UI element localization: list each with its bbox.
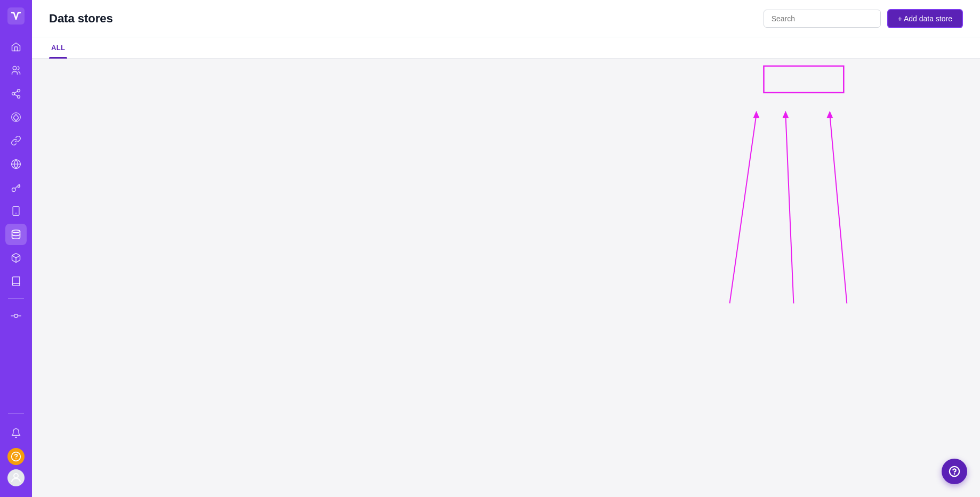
sidebar-bottom — [5, 409, 27, 491]
svg-marker-20 — [782, 111, 789, 118]
add-data-store-button[interactable]: + Add data store — [887, 9, 963, 28]
svg-point-8 — [15, 213, 17, 214]
app-logo[interactable] — [6, 6, 26, 26]
svg-line-17 — [730, 115, 757, 304]
sidebar-item-notifications[interactable] — [5, 422, 27, 444]
sidebar-item-globe[interactable] — [5, 153, 27, 175]
annotation-arrows — [32, 59, 980, 497]
sidebar-item-boxes[interactable] — [5, 247, 27, 268]
sidebar-item-profile[interactable] — [7, 469, 25, 486]
sidebar-divider-1 — [8, 298, 24, 299]
sidebar-item-book[interactable] — [5, 271, 27, 292]
tabs-bar: ALL — [32, 37, 980, 59]
sidebar-item-version[interactable] — [5, 305, 27, 327]
svg-line-19 — [785, 115, 793, 304]
sidebar — [0, 0, 32, 497]
sidebar-divider-2 — [8, 413, 24, 414]
content-area — [32, 59, 980, 497]
svg-rect-23 — [764, 66, 844, 93]
svg-marker-22 — [826, 111, 833, 118]
svg-rect-7 — [13, 207, 19, 216]
page-header: Data stores + Add data store — [32, 0, 980, 37]
floating-help-button[interactable] — [942, 459, 967, 484]
sidebar-item-data-stores[interactable] — [5, 224, 27, 245]
svg-point-9 — [12, 230, 20, 233]
tab-all[interactable]: ALL — [49, 37, 67, 58]
search-input[interactable] — [764, 10, 881, 28]
search-wrapper — [764, 10, 881, 28]
svg-rect-0 — [7, 7, 25, 25]
sidebar-item-keys[interactable] — [5, 177, 27, 198]
page-title: Data stores — [49, 12, 113, 26]
svg-point-1 — [13, 67, 17, 70]
svg-point-6 — [12, 188, 16, 192]
svg-marker-18 — [753, 111, 759, 118]
svg-point-11 — [14, 314, 18, 318]
svg-point-16 — [14, 474, 18, 478]
header-actions: + Add data store — [764, 9, 963, 28]
sidebar-nav — [5, 36, 27, 409]
sidebar-item-users[interactable] — [5, 60, 27, 81]
sidebar-item-integrations[interactable] — [5, 107, 27, 128]
main-content: Data stores + Add data store ALL — [32, 0, 980, 497]
svg-line-21 — [830, 115, 847, 304]
sidebar-item-links[interactable] — [5, 130, 27, 151]
sidebar-item-mobile[interactable] — [5, 200, 27, 222]
sidebar-item-home[interactable] — [5, 36, 27, 58]
sidebar-item-share[interactable] — [5, 83, 27, 104]
sidebar-item-help[interactable] — [7, 448, 25, 465]
